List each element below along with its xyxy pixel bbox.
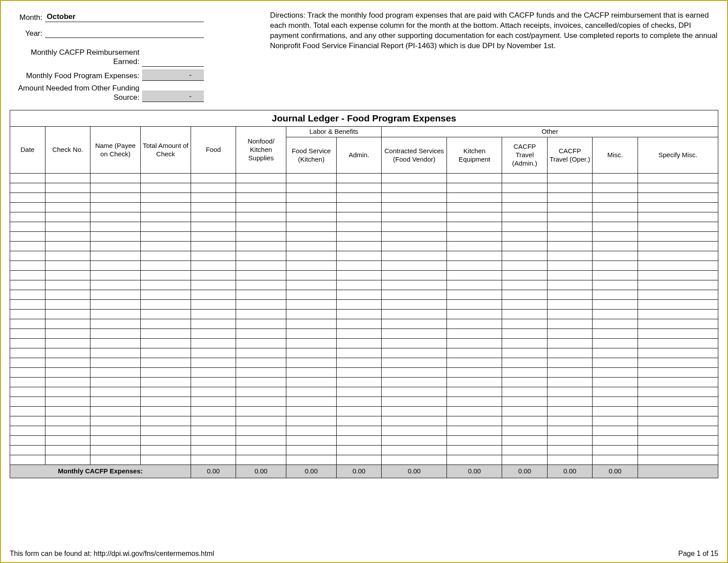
table-cell[interactable] <box>547 329 592 339</box>
table-cell[interactable] <box>447 300 502 310</box>
table-cell[interactable] <box>638 222 718 232</box>
table-cell[interactable] <box>638 300 718 310</box>
table-cell[interactable] <box>593 280 638 290</box>
table-cell[interactable] <box>90 358 141 368</box>
table-cell[interactable] <box>10 329 45 339</box>
table-cell[interactable] <box>140 242 191 251</box>
table-cell[interactable] <box>10 242 45 251</box>
table-cell[interactable] <box>547 339 592 348</box>
table-cell[interactable] <box>191 368 236 378</box>
table-cell[interactable] <box>638 426 718 436</box>
table-cell[interactable] <box>10 378 45 387</box>
table-cell[interactable] <box>236 232 286 242</box>
table-cell[interactable] <box>191 407 236 416</box>
table-cell[interactable] <box>286 358 337 368</box>
table-cell[interactable] <box>382 378 447 387</box>
table-cell[interactable] <box>236 358 286 368</box>
table-cell[interactable] <box>140 329 191 339</box>
table-cell[interactable] <box>593 455 638 465</box>
table-cell[interactable] <box>382 348 447 358</box>
table-cell[interactable] <box>236 251 286 261</box>
table-cell[interactable] <box>336 436 381 446</box>
table-cell[interactable] <box>638 242 718 251</box>
table-cell[interactable] <box>502 290 547 300</box>
table-cell[interactable] <box>45 290 90 300</box>
table-cell[interactable] <box>286 319 337 329</box>
table-cell[interactable] <box>502 329 547 339</box>
table-cell[interactable] <box>286 339 337 348</box>
table-cell[interactable] <box>286 271 337 280</box>
table-cell[interactable] <box>236 455 286 465</box>
table-cell[interactable] <box>638 387 718 397</box>
table-cell[interactable] <box>286 407 337 416</box>
table-cell[interactable] <box>236 446 286 455</box>
table-cell[interactable] <box>45 310 90 319</box>
table-cell[interactable] <box>45 271 90 280</box>
table-cell[interactable] <box>140 319 191 329</box>
table-cell[interactable] <box>502 300 547 310</box>
table-cell[interactable] <box>447 378 502 387</box>
table-cell[interactable] <box>90 319 141 329</box>
table-cell[interactable] <box>593 271 638 280</box>
table-cell[interactable] <box>191 290 236 300</box>
table-cell[interactable] <box>90 368 141 378</box>
table-cell[interactable] <box>90 329 141 339</box>
table-cell[interactable] <box>286 183 337 193</box>
table-cell[interactable] <box>45 455 90 465</box>
table-cell[interactable] <box>638 203 718 212</box>
table-cell[interactable] <box>336 174 381 183</box>
table-cell[interactable] <box>593 251 638 261</box>
table-cell[interactable] <box>447 358 502 368</box>
table-cell[interactable] <box>140 193 191 203</box>
table-cell[interactable] <box>286 378 337 387</box>
table-cell[interactable] <box>191 455 236 465</box>
table-cell[interactable] <box>45 446 90 455</box>
table-cell[interactable] <box>90 348 141 358</box>
table-cell[interactable] <box>502 348 547 358</box>
table-cell[interactable] <box>382 455 447 465</box>
month-input[interactable]: October <box>45 12 204 22</box>
table-cell[interactable] <box>336 183 381 193</box>
table-cell[interactable] <box>191 212 236 222</box>
table-cell[interactable] <box>447 407 502 416</box>
table-cell[interactable] <box>447 426 502 436</box>
table-cell[interactable] <box>45 174 90 183</box>
table-cell[interactable] <box>447 339 502 348</box>
table-cell[interactable] <box>382 310 447 319</box>
table-cell[interactable] <box>286 348 337 358</box>
table-cell[interactable] <box>236 329 286 339</box>
table-cell[interactable] <box>382 368 447 378</box>
table-cell[interactable] <box>10 193 45 203</box>
table-cell[interactable] <box>447 310 502 319</box>
table-cell[interactable] <box>502 242 547 251</box>
table-cell[interactable] <box>382 183 447 193</box>
table-cell[interactable] <box>593 261 638 271</box>
table-cell[interactable] <box>45 183 90 193</box>
table-cell[interactable] <box>140 222 191 232</box>
table-cell[interactable] <box>10 222 45 232</box>
table-cell[interactable] <box>447 455 502 465</box>
table-cell[interactable] <box>547 446 592 455</box>
table-cell[interactable] <box>10 339 45 348</box>
table-cell[interactable] <box>593 174 638 183</box>
table-cell[interactable] <box>236 183 286 193</box>
table-cell[interactable] <box>447 203 502 212</box>
table-cell[interactable] <box>236 203 286 212</box>
table-cell[interactable] <box>236 407 286 416</box>
table-cell[interactable] <box>191 193 236 203</box>
table-cell[interactable] <box>236 222 286 232</box>
table-cell[interactable] <box>502 261 547 271</box>
table-cell[interactable] <box>10 358 45 368</box>
table-cell[interactable] <box>140 271 191 280</box>
table-cell[interactable] <box>336 232 381 242</box>
table-cell[interactable] <box>191 271 236 280</box>
table-cell[interactable] <box>90 407 141 416</box>
table-cell[interactable] <box>547 271 592 280</box>
table-cell[interactable] <box>638 378 718 387</box>
table-cell[interactable] <box>382 290 447 300</box>
table-cell[interactable] <box>638 261 718 271</box>
table-cell[interactable] <box>236 280 286 290</box>
table-cell[interactable] <box>382 339 447 348</box>
table-cell[interactable] <box>45 193 90 203</box>
table-cell[interactable] <box>447 290 502 300</box>
